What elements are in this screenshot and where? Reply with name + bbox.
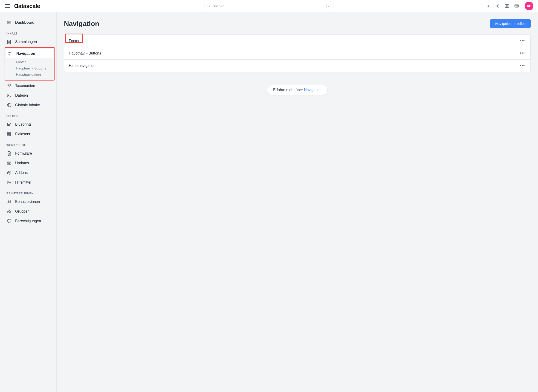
search-input[interactable] (211, 4, 326, 8)
highlight-navigation-group: Navigation Footer Hauptnav. - Buttons Ha… (5, 47, 55, 80)
svg-rect-17 (10, 52, 12, 53)
svg-rect-30 (8, 155, 9, 156)
main-content: Navigation Navigation erstellen Footer •… (57, 12, 538, 392)
sidebar-item-label: Fieldsets (15, 132, 30, 136)
navigation-icon (8, 51, 13, 56)
list-row-label: Footer (69, 39, 80, 43)
svg-point-37 (10, 182, 11, 183)
groups-icon (6, 209, 12, 214)
svg-line-1 (210, 7, 210, 7)
sidebar-item-sammlungen[interactable]: Sammlungen (0, 37, 56, 47)
blueprint-icon (6, 122, 12, 127)
image-icon (6, 93, 12, 98)
list-row[interactable]: Hauptnav. - Buttons ••• (64, 47, 530, 60)
row-menu-icon[interactable]: ••• (519, 50, 526, 56)
info-pill: Erfahre mehr über Navigation (267, 85, 328, 95)
sidebar-item-label: Dashboard (15, 20, 34, 25)
info-link[interactable]: Navigation (304, 88, 322, 92)
sidebar-item-label: Sammlungen (15, 40, 37, 44)
sidebar-item-updates[interactable]: Updates (0, 158, 56, 168)
sidebar-item-label: Formulare (15, 151, 32, 155)
section-werkzeuge: WERKZEUGE (0, 139, 56, 149)
svg-point-18 (9, 85, 9, 85)
row-menu-icon[interactable]: ••• (519, 37, 526, 44)
collections-icon (6, 39, 12, 45)
svg-rect-6 (7, 21, 11, 24)
svg-point-15 (9, 52, 10, 53)
svg-rect-11 (8, 40, 11, 44)
sidebar-item-label: Taxonomien (15, 84, 35, 88)
shield-icon (6, 218, 12, 224)
sidebar-item-label: Navigation (16, 51, 35, 56)
sidebar-item-label: Updates (15, 161, 29, 165)
list-row[interactable]: Hauptnavigation ••• (64, 60, 530, 72)
dashboard-icon (6, 20, 12, 25)
sidebar-item-blueprints[interactable]: Blueprints (0, 120, 56, 129)
avatar[interactable]: RE (525, 2, 533, 10)
brand-logo: Datascale (14, 3, 40, 9)
updates-icon (6, 160, 12, 166)
sidebar-item-gruppen[interactable]: Gruppen (0, 207, 56, 216)
svg-point-2 (497, 5, 498, 7)
sidebar-item-berechtigungen[interactable]: Berechtigungen (0, 216, 56, 226)
list-row-label: Hauptnavigation (69, 64, 95, 68)
addons-icon (6, 170, 12, 176)
section-felder: FELDER (0, 110, 56, 120)
search-icon (207, 4, 211, 8)
svg-rect-24 (8, 124, 10, 126)
search-box[interactable]: / (205, 2, 333, 10)
pin-icon[interactable] (485, 4, 490, 9)
svg-rect-25 (7, 132, 11, 135)
sidebar-item-label: Addons (15, 171, 28, 175)
form-icon (6, 151, 12, 156)
svg-text:.com: .com (515, 6, 518, 7)
site-icon[interactable]: .com (514, 4, 519, 9)
menu-toggle[interactable] (5, 3, 10, 9)
page-title: Navigation (64, 20, 99, 28)
search-kbd-hint: / (326, 4, 331, 8)
svg-point-36 (8, 182, 9, 183)
svg-point-42 (9, 210, 10, 211)
users-icon (6, 199, 12, 205)
sidebar-item-label: Hilfsmittel (15, 180, 31, 185)
create-navigation-button[interactable]: Navigation erstellen (490, 19, 531, 28)
sidebar-item-label: Berechtigungen (15, 219, 41, 223)
svg-point-16 (9, 55, 10, 56)
section-benutzer: BENUTZER:INNEN (0, 187, 56, 197)
section-inhalt: INHALT (0, 27, 56, 37)
sidebar-item-formulare[interactable]: Formulare (0, 149, 56, 158)
gear-icon[interactable] (495, 4, 500, 9)
svg-point-0 (208, 5, 210, 7)
row-menu-icon[interactable]: ••• (519, 62, 526, 69)
list-row-label: Hauptnav. - Buttons (69, 51, 101, 56)
sidebar-sub-hauptnavigation[interactable]: Hauptnavigation (5, 71, 54, 78)
svg-point-8 (8, 22, 9, 23)
sidebar-item-navigation[interactable]: Navigation (6, 49, 53, 58)
sidebar-sub-footer[interactable]: Footer (5, 59, 54, 65)
svg-point-41 (10, 201, 11, 202)
fieldset-icon (6, 131, 12, 137)
sidebar-item-label: Gruppen (15, 209, 29, 214)
sidebar-item-label: Benutzer:innen (15, 200, 40, 204)
svg-rect-31 (7, 162, 11, 164)
globe-icon (6, 102, 12, 108)
book-icon[interactable] (504, 4, 510, 9)
list-row[interactable]: Footer ••• (64, 35, 530, 47)
sidebar-item-label: Dateien (15, 93, 28, 98)
sidebar-item-benutzer[interactable]: Benutzer:innen (0, 197, 56, 207)
sidebar-item-globale[interactable]: Globale Inhalte (0, 100, 56, 110)
sidebar-item-taxonomien[interactable]: Taxonomien (0, 81, 56, 91)
info-text: Erfahre mehr über (273, 88, 304, 92)
sidebar-item-dashboard[interactable]: Dashboard (0, 18, 56, 27)
sidebar: Dashboard INHALT Sammlungen Navigation F… (0, 12, 57, 392)
sidebar-item-addons[interactable]: Addons (0, 168, 56, 177)
sidebar-item-fieldsets[interactable]: Fieldsets (0, 129, 56, 139)
sidebar-item-label: Blueprints (15, 122, 32, 126)
tools-icon (6, 180, 12, 185)
tag-icon (6, 83, 12, 89)
sidebar-sub-hauptnav-buttons[interactable]: Hauptnav. - Buttons (5, 65, 54, 71)
sidebar-item-dateien[interactable]: Dateien (0, 91, 56, 100)
navigation-list: Footer ••• Hauptnav. - Buttons ••• Haupt… (64, 34, 531, 72)
svg-point-40 (8, 200, 9, 202)
sidebar-item-hilfsmittel[interactable]: Hilfsmittel (0, 177, 56, 187)
